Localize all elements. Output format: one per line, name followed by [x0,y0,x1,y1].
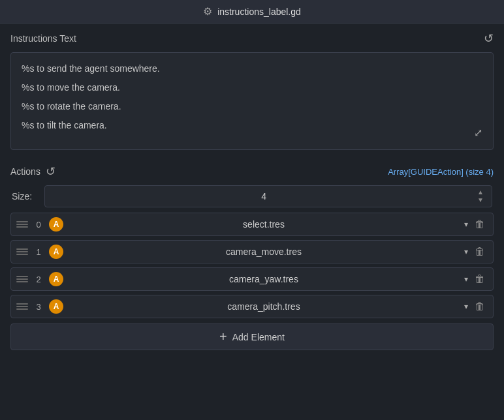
instructions-box: %s to send the agent somewhere. %s to mo… [10,52,494,150]
instruction-line-1: %s to move the camera. [22,81,482,95]
size-spin-down[interactable]: ▼ [476,196,485,204]
delete-btn-3[interactable]: 🗑 [472,299,488,314]
row-index-1: 1 [32,247,45,257]
size-value: 4 [52,191,476,202]
title-bar-text: instructions_label.gd [217,7,301,17]
action-icon-2: A [49,272,63,286]
gear-icon: ⚙ [203,5,212,18]
expand-icon[interactable]: ⤢ [474,127,482,139]
action-row-2: 2 A camera_yaw.tres ▾ 🗑 [10,267,494,291]
title-bar: ⚙ instructions_label.gd [0,0,504,23]
drag-handle-3[interactable] [16,303,28,310]
action-name-3: camera_pitch.tres [67,301,460,312]
instructions-header: Instructions Text ↺ [10,31,494,46]
instruction-line-0: %s to send the agent somewhere. [22,62,482,76]
dropdown-arrow-0[interactable]: ▾ [464,220,468,229]
delete-btn-2[interactable]: 🗑 [472,272,488,286]
instruction-line-2: %s to rotate the camera. [22,100,482,113]
action-row-3: 3 A camera_pitch.tres ▾ 🗑 [10,295,494,318]
add-icon: + [219,329,227,344]
add-element-button[interactable]: + Add Element [10,323,494,350]
drag-handle-0[interactable] [16,221,28,228]
delete-btn-1[interactable]: 🗑 [472,245,488,259]
instructions-section: Instructions Text ↺ %s to send the agent… [0,23,504,158]
size-row: Size: 4 ▲ ▼ [10,185,494,207]
size-spinners: ▲ ▼ [476,188,485,204]
action-icon-3: A [49,299,63,314]
actions-header: Actions ↺ Array[GUIDEAction] (size 4) [10,164,494,179]
size-field: 4 ▲ ▼ [44,185,492,207]
row-index-3: 3 [32,302,45,312]
action-icon-0: A [49,217,63,232]
actions-reset-icon[interactable]: ↺ [46,164,55,179]
drag-handle-1[interactable] [16,248,28,255]
instructions-reset-icon[interactable]: ↺ [484,31,494,46]
add-element-label: Add Element [232,332,285,342]
actions-array-link[interactable]: Array[GUIDEAction] (size 4) [388,167,494,177]
main-content: Instructions Text ↺ %s to send the agent… [0,23,504,420]
action-name-0: select.tres [67,219,460,230]
dropdown-arrow-3[interactable]: ▾ [464,302,468,311]
drag-handle-2[interactable] [16,276,28,282]
instructions-title: Instructions Text [10,33,76,44]
dropdown-arrow-2[interactable]: ▾ [464,275,468,284]
actions-section: Actions ↺ Array[GUIDEAction] (size 4) Si… [0,158,504,357]
delete-btn-0[interactable]: 🗑 [472,217,488,232]
actions-title: Actions [10,166,40,177]
action-name-1: camera_move.tres [67,247,460,257]
action-row-0: 0 A select.tres ▾ 🗑 [10,213,494,236]
instruction-line-3: %s to tilt the camera. [22,119,482,132]
action-icon-1: A [49,245,63,259]
action-name-2: camera_yaw.tres [67,274,460,284]
row-index-0: 0 [32,220,45,230]
action-row-1: 1 A camera_move.tres ▾ 🗑 [10,240,494,263]
row-index-2: 2 [32,275,45,284]
size-label: Size: [12,191,38,202]
dropdown-arrow-1[interactable]: ▾ [464,247,468,256]
size-spin-up[interactable]: ▲ [476,188,485,196]
